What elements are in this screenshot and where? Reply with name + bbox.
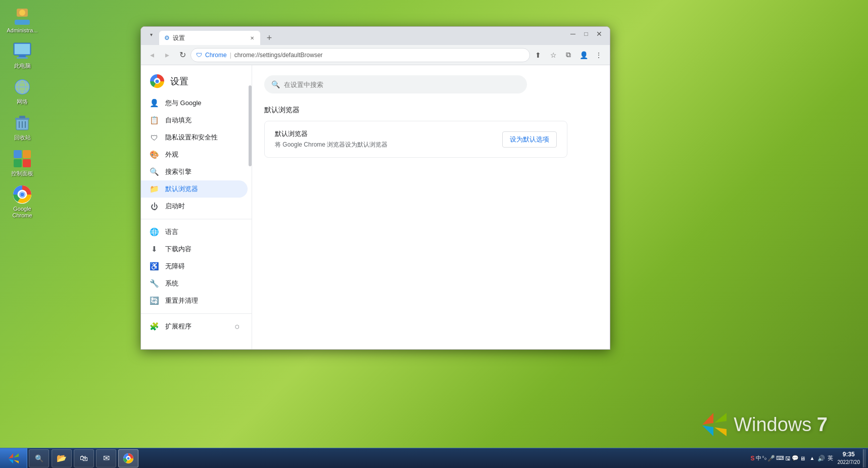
tray-time: 9:35 [838, 451, 860, 459]
desktop-icon-administrator[interactable]: Administra... [4, 4, 40, 36]
search-engine-icon: 🔍 [149, 167, 159, 176]
omnibox[interactable]: 🛡 Chrome | chrome://settings/defaultBrow… [190, 48, 530, 62]
tray-up-arrow[interactable]: ▲ [808, 455, 816, 461]
network-label: 网络 [17, 98, 28, 106]
sidebar-item-system[interactable]: 🔧 系统 [141, 275, 248, 292]
controlpanel-icon [12, 149, 32, 169]
tab-close-btn[interactable]: ✕ [248, 34, 256, 42]
settings-search-icon: 🔍 [271, 80, 280, 88]
desktop-icon-recycle[interactable]: 回收站 [4, 111, 40, 144]
show-desktop-btn[interactable] [863, 449, 866, 467]
network-icon [12, 77, 32, 97]
on-startup-icon: ⏻ [149, 202, 159, 211]
sidebar-scroll-area[interactable]: 👤 您与 Google 📋 自动填充 🛡 隐私设置和安全性 🎨 外观 [141, 95, 252, 349]
start-windows-icon [8, 453, 19, 464]
taskbar-chrome-icon [123, 453, 134, 464]
tray-clock[interactable]: 9:35 2022/7/20 [835, 450, 863, 466]
settings-search-bar[interactable]: 🔍 [264, 75, 527, 93]
chrome-tab[interactable]: ⚙ 设置 ✕ [159, 31, 260, 45]
url-path: chrome://settings/defaultBrowser [234, 52, 323, 59]
taskbar-search-btn[interactable]: 🔍 [29, 449, 49, 467]
tray-ime-icon[interactable]: 中 [756, 454, 761, 462]
sidebar-divider-1 [141, 219, 252, 219]
tray-speaker-icon[interactable]: 🔊 [816, 455, 826, 462]
window-controls: ─ □ ✕ [566, 27, 606, 40]
tray-lang-indicator[interactable]: 英 [826, 454, 835, 462]
svg-rect-20 [23, 150, 31, 158]
sidebar-item-reset[interactable]: 🔄 重置并清理 [141, 292, 248, 309]
sidebar-label-language: 语言 [165, 227, 178, 237]
start-button[interactable] [0, 448, 27, 469]
reset-icon: 🔄 [149, 296, 159, 305]
desktop-icon-mycomputer[interactable]: 此电脑 [4, 39, 40, 72]
svg-point-12 [15, 80, 29, 94]
sidebar-item-google-account[interactable]: 👤 您与 Google [141, 95, 248, 112]
svg-point-26 [20, 193, 24, 197]
window-minimize-btn[interactable]: ─ [566, 28, 580, 40]
more-btn[interactable]: ⋮ [592, 48, 606, 62]
sidebar-item-extensions[interactable]: 🧩 扩展程序 ⬡ [141, 318, 248, 335]
sidebar-scrollbar-thumb[interactable] [249, 85, 252, 166]
sidebar-label-google: 您与 Google [165, 99, 202, 108]
forward-btn[interactable]: ▸ [160, 48, 174, 62]
sidebar-label-privacy: 隐私设置和安全性 [165, 133, 218, 142]
system-tray: S 中 °₀ 🎤 ⌨ 🖫 💬 🖥 ▲ 🔊 英 9:35 2022/7/20 [748, 449, 868, 467]
taskbar-explorer-btn[interactable]: 📂 [52, 449, 72, 467]
sidebar-item-accessibility[interactable]: ♿ 无障碍 [141, 258, 248, 275]
profile-btn[interactable]: 👤 [576, 48, 591, 62]
settings-search-input[interactable] [284, 81, 520, 88]
tab-strip-dropdown[interactable]: ▾ [145, 27, 157, 39]
bookmark-btn[interactable]: ☆ [546, 48, 560, 62]
share-btn[interactable]: ⬆ [531, 48, 545, 62]
window-maximize-btn[interactable]: □ [580, 28, 593, 40]
sidebar-item-language[interactable]: 🌐 语言 [141, 223, 248, 241]
recycle-icon [12, 113, 32, 133]
chrome-titlebar: ▾ ⚙ 设置 ✕ + ─ □ ✕ [141, 27, 610, 45]
tray-cloud-icon[interactable]: 🖫 [785, 455, 791, 461]
controlpanel-label: 控制面板 [11, 170, 33, 177]
security-icon: 🛡 [196, 52, 202, 59]
reload-btn[interactable]: ↻ [175, 48, 189, 62]
sidebar-label-on-startup: 启动时 [165, 202, 185, 211]
desktop-icon-network[interactable]: 网络 [4, 75, 40, 108]
tray-temp-icon[interactable]: °₀ [762, 455, 766, 461]
tray-msg-icon[interactable]: 💬 [792, 455, 799, 461]
sidebar-item-search-engine[interactable]: 🔍 搜索引擎 [141, 163, 248, 180]
settings-header: 设置 [141, 65, 252, 95]
svg-rect-15 [19, 116, 25, 118]
window-close-btn[interactable]: ✕ [593, 28, 606, 40]
new-tab-btn[interactable]: + [262, 31, 276, 45]
privacy-icon: 🛡 [149, 133, 159, 142]
taskbar-mail-btn[interactable]: ✉ [96, 449, 116, 467]
administrator-label: Administra... [7, 27, 37, 34]
tray-monitor-icon[interactable]: 🖥 [800, 455, 805, 461]
desktop-icon-chrome[interactable]: Google Chrome [4, 182, 40, 221]
tray-keyboard-icon[interactable]: ⌨ [776, 455, 784, 461]
desktop-icon-controlpanel[interactable]: 控制面板 [4, 147, 40, 179]
sidebar-item-on-startup[interactable]: ⏻ 启动时 [141, 198, 248, 215]
svg-rect-19 [14, 150, 22, 158]
windows-flag-icon [701, 411, 728, 438]
mycomputer-label: 此电脑 [14, 62, 31, 70]
taskbar-chrome-btn[interactable] [118, 449, 138, 467]
win7-text: Windows 7 [734, 414, 828, 436]
svg-rect-2 [15, 20, 30, 25]
sidebar-label-appearance: 外观 [165, 150, 178, 159]
taskbar-store-btn[interactable]: 🛍 [74, 449, 94, 467]
sidebar-item-autofill[interactable]: 📋 自动填充 [141, 112, 248, 129]
tray-sougou-icon[interactable]: S [751, 455, 755, 462]
default-browser-card-text: 默认浏览器 将 Google Chrome 浏览器设为默认浏览器 [275, 129, 388, 149]
desktop-icons: Administra... 此电脑 网络 [4, 4, 40, 221]
tray-mic-icon[interactable]: 🎤 [767, 455, 775, 462]
sidebar-item-downloads[interactable]: ⬇ 下载内容 [141, 241, 248, 258]
sidebar-item-appearance[interactable]: 🎨 外观 [141, 146, 248, 163]
recycle-label: 回收站 [14, 134, 31, 142]
external-link-icon: ⬡ [235, 324, 239, 330]
sidebar-item-privacy[interactable]: 🛡 隐私设置和安全性 [141, 129, 248, 146]
set-default-btn[interactable]: 设为默认选项 [502, 131, 557, 148]
autofill-icon: 📋 [149, 116, 159, 125]
sidebar-item-default-browser[interactable]: 📁 默认浏览器 [141, 180, 248, 198]
sidebar-toggle-btn[interactable]: ⧉ [561, 48, 575, 62]
back-btn[interactable]: ◂ [145, 48, 159, 62]
chrome-desktop-icon [12, 184, 32, 205]
